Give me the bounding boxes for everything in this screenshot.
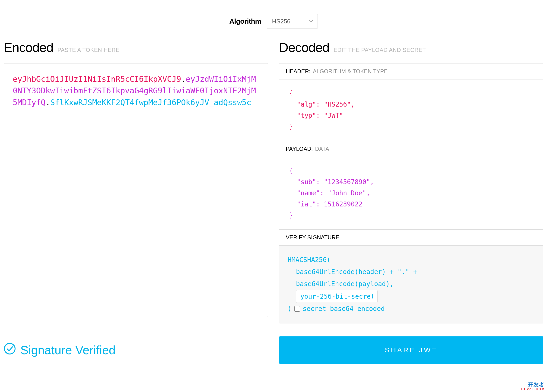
share-jwt-button[interactable]: SHARE JWT (279, 336, 543, 364)
signature-verified-text: Signature Verified (21, 343, 116, 357)
watermark: 开发者 DEVZE.COM (521, 382, 545, 391)
decoded-header-label: HEADER: (286, 68, 311, 74)
decoded-payload-sectionhead: PAYLOAD: DATA (279, 141, 543, 157)
encoded-subtitle: PASTE A TOKEN HERE (57, 47, 120, 53)
decoded-title: Decoded (279, 40, 329, 55)
sig-line2: base64UrlEncode(header) + "." + (288, 266, 535, 278)
algorithm-label: Algorithm (229, 17, 261, 25)
decoded-payload-json[interactable]: { "sub": "1234567890", "name": "John Doe… (279, 157, 543, 230)
encoded-column: Encoded PASTE A TOKEN HERE eyJhbGciOiJIU… (4, 40, 268, 324)
encoded-title: Encoded (4, 40, 53, 55)
decoded-signature-sectionhead: VERIFY SIGNATURE (279, 229, 543, 246)
token-dot-1: . (181, 74, 186, 84)
watermark-line1: 开发者 (521, 382, 545, 387)
decoded-header-json[interactable]: { "alg": "HS256", "typ": "JWT" } (279, 80, 543, 141)
watermark-line2: DEVZE.COM (521, 387, 545, 391)
signature-verified-status: Signature Verified (4, 343, 268, 358)
secret-base64-label: secret base64 encoded (303, 303, 385, 315)
decoded-header-desc: ALGORITHM & TOKEN TYPE (313, 68, 388, 74)
decoded-signature-body: HMACSHA256( base64UrlEncode(header) + ".… (279, 246, 543, 323)
check-circle-icon (4, 343, 16, 358)
decoded-payload-desc: DATA (315, 146, 329, 152)
token-dot-2: . (45, 98, 50, 107)
sig-line3: base64UrlEncode(payload), (288, 278, 535, 290)
sig-line1: HMACSHA256( (288, 256, 330, 264)
decoded-header-sectionhead: HEADER: ALGORITHM & TOKEN TYPE (279, 63, 543, 80)
encoded-token-input[interactable]: eyJhbGciOiJIUzI1NiIsInR5cCI6IkpXVCJ9.eyJ… (4, 63, 268, 317)
algorithm-select-wrap: HS256 (267, 14, 318, 29)
decoded-payload-label: PAYLOAD: (286, 146, 313, 152)
algorithm-select[interactable]: HS256 (267, 14, 318, 29)
decoded-subtitle: EDIT THE PAYLOAD AND SECRET (334, 47, 426, 53)
decoded-signature-label: VERIFY SIGNATURE (286, 234, 339, 241)
token-signature-segment: SflKxwRJSMeKKF2QT4fwpMeJf36POk6yJV_adQss… (50, 98, 251, 107)
svg-point-0 (4, 343, 15, 354)
secret-input[interactable] (296, 290, 377, 303)
secret-base64-checkbox[interactable] (294, 306, 300, 312)
algorithm-row: Algorithm HS256 (4, 5, 543, 40)
decoded-column: Decoded EDIT THE PAYLOAD AND SECRET HEAD… (279, 40, 543, 324)
token-header-segment: eyJhbGciOiJIUzI1NiIsInR5cCI6IkpXVCJ9 (13, 74, 181, 84)
sig-close-paren: ) (288, 303, 292, 315)
